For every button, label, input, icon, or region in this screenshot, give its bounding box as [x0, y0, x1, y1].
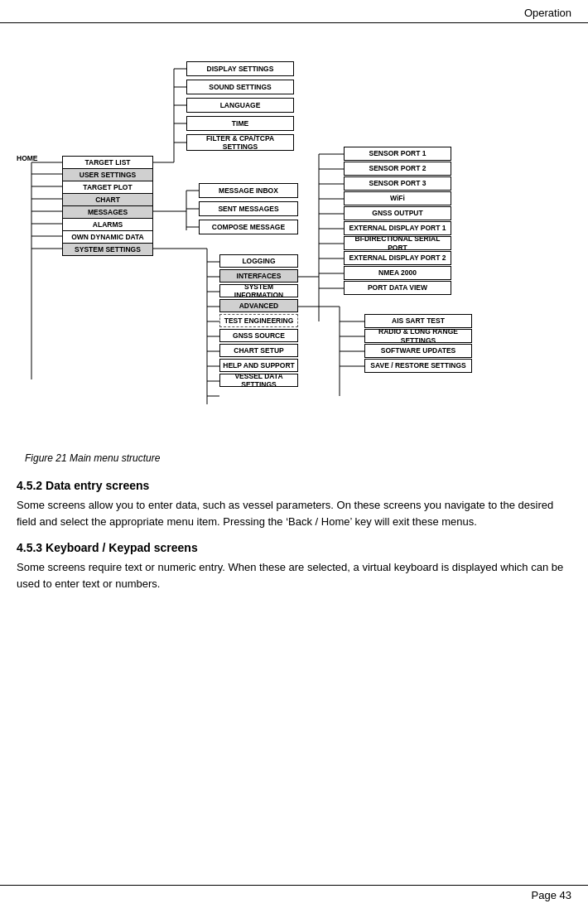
section-453-title: 4.5.3 Keyboard / Keypad screens [17, 541, 571, 554]
menu-item-vessel-data-settings[interactable]: VESSEL DATA SETTINGS [219, 374, 298, 387]
section-452-body: Some screens allow you to enter data, su… [17, 497, 571, 529]
menu-item-external-display-port-2[interactable]: EXTERNAL DISPLAY PORT 2 [344, 251, 451, 265]
menu-item-bi-directional-serial-port[interactable]: BI-DIRECTIONAL SERIAL PORT [344, 236, 451, 250]
menu-item-system-settings[interactable]: SYSTEM SETTINGS [62, 243, 153, 256]
menu-item-user-settings[interactable]: USER SETTINGS [62, 168, 153, 181]
page-number: Page 43 [532, 889, 571, 901]
menu-item-advanced[interactable]: ADVANCED [219, 299, 298, 312]
menu-item-sensor-port-1[interactable]: SENSOR PORT 1 [344, 147, 451, 161]
menu-item-gnss-output[interactable]: GNSS OUTPUT [344, 206, 451, 220]
home-label: HOME [17, 154, 38, 162]
menu-item-compose-message[interactable]: COMPOSE MESSAGE [199, 220, 298, 234]
menu-item-language[interactable]: LANGUAGE [186, 98, 294, 113]
menu-item-target-list[interactable]: TARGET LIST [62, 156, 153, 169]
menu-item-time[interactable]: TIME [186, 116, 294, 131]
page-header: Operation [0, 0, 588, 23]
menu-item-own-dynamic-data[interactable]: OWN DYNAMIC DATA [62, 230, 153, 244]
menu-item-gnss-source[interactable]: GNSS SOURCE [219, 329, 298, 342]
menu-item-help-and-support[interactable]: HELP AND SUPPORT [219, 359, 298, 372]
menu-item-messages[interactable]: MESSAGES [62, 205, 153, 219]
menu-diagram: HOME TARGET LIST USER SETTINGS TARGET PL… [17, 40, 571, 446]
menu-item-radio-long-range[interactable]: RADIO & LONG RANGE SETTINGS [364, 329, 472, 343]
menu-item-port-data-view[interactable]: PORT DATA VIEW [344, 281, 451, 295]
menu-item-target-plot[interactable]: TARGET PLOT [62, 181, 153, 194]
menu-item-filter-cpa[interactable]: FILTER & CPA/TCPA SETTINGS [186, 134, 294, 151]
menu-item-sensor-port-2[interactable]: SENSOR PORT 2 [344, 162, 451, 176]
menu-item-wifi[interactable]: WiFi [344, 191, 451, 205]
menu-item-logging[interactable]: LOGGING [219, 254, 298, 268]
menu-item-external-display-port-1[interactable]: EXTERNAL DISPLAY PORT 1 [344, 221, 451, 235]
menu-item-test-engineering[interactable]: TEST ENGINEERING [219, 314, 298, 327]
menu-item-system-information[interactable]: SYSTEM INFORMATION [219, 284, 298, 297]
menu-item-display-settings[interactable]: DISPLAY SETTINGS [186, 61, 294, 76]
menu-item-alarms[interactable]: ALARMS [62, 218, 153, 231]
menu-item-sound-settings[interactable]: SOUND SETTINGS [186, 80, 294, 94]
page-footer: Page 43 [0, 885, 588, 905]
menu-item-message-inbox[interactable]: MESSAGE INBOX [199, 183, 298, 198]
menu-item-sensor-port-3[interactable]: SENSOR PORT 3 [344, 176, 451, 191]
menu-item-chart[interactable]: CHART [62, 193, 153, 206]
menu-item-sent-messages[interactable]: SENT MESSAGES [199, 201, 298, 216]
section-453-body: Some screens require text or numeric ent… [17, 559, 571, 592]
menu-item-save-restore-settings[interactable]: SAVE / RESTORE SETTINGS [364, 359, 472, 373]
menu-item-chart-setup[interactable]: CHART SETUP [219, 344, 298, 357]
section-452-title: 4.5.2 Data entry screens [17, 479, 571, 492]
menu-item-interfaces[interactable]: INTERFACES [219, 269, 298, 283]
menu-item-ais-sart-test[interactable]: AIS SART TEST [364, 314, 472, 328]
menu-item-nmea-2000[interactable]: NMEA 2000 [344, 266, 451, 280]
main-content: HOME TARGET LIST USER SETTINGS TARGET PL… [0, 23, 588, 653]
figure-caption: Figure 21 Main menu structure [17, 452, 571, 464]
header-title: Operation [524, 7, 571, 19]
menu-item-software-updates[interactable]: SOFTWARE UPDATES [364, 344, 472, 358]
